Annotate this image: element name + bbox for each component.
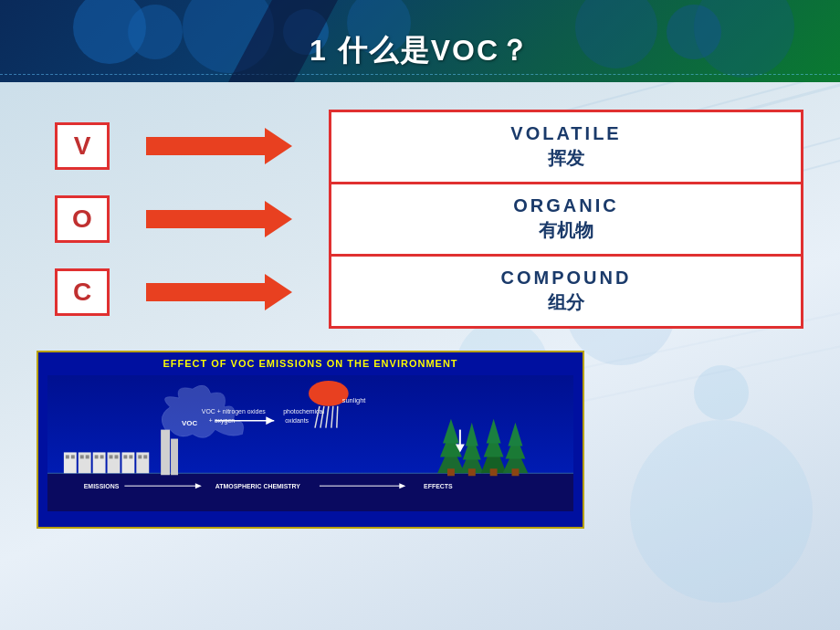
- compound-zh: 组分: [548, 290, 584, 315]
- page-title: 1 什么是VOC？: [0, 31, 840, 71]
- letter-c: C: [55, 268, 110, 316]
- definition-compound: COMPOUND 组分: [331, 257, 801, 326]
- svg-text:VOC + nitrogen oxides: VOC + nitrogen oxides: [202, 408, 267, 415]
- svg-line-34: [337, 406, 338, 428]
- svg-rect-11: [80, 455, 84, 458]
- svg-rect-17: [123, 455, 127, 458]
- svg-text:+ oxygen: + oxygen: [209, 417, 235, 425]
- arrow-o: [146, 205, 292, 233]
- svg-rect-12: [86, 455, 89, 458]
- svg-rect-20: [143, 455, 147, 458]
- diagram-title: EFFECT OF VOC EMISSIONS ON THE ENVIRONME…: [47, 358, 573, 369]
- organic-en: ORGANIC: [513, 195, 618, 216]
- svg-text:VOC: VOC: [182, 419, 197, 427]
- letters-column: V O C: [55, 110, 128, 329]
- svg-rect-16: [114, 455, 118, 458]
- arrow-v: [146, 132, 292, 160]
- svg-rect-18: [129, 455, 132, 458]
- volatile-zh: 挥发: [548, 146, 584, 171]
- main-content: V O C VOLATILE 挥发 ORGANIC 有机物 COMPOUND 组…: [0, 82, 840, 630]
- svg-rect-13: [95, 455, 99, 458]
- definition-volatile: VOLATILE 挥发: [331, 112, 801, 184]
- svg-rect-22: [171, 439, 178, 476]
- definition-organic: ORGANIC 有机物: [331, 184, 801, 257]
- definitions-column: VOLATILE 挥发 ORGANIC 有机物 COMPOUND 组分: [329, 110, 803, 329]
- svg-text:oxidants: oxidants: [285, 417, 309, 424]
- svg-text:ATMOSPHERIC CHEMISTRY: ATMOSPHERIC CHEMISTRY: [215, 483, 301, 489]
- svg-rect-21: [161, 430, 170, 476]
- diagram-section: EFFECT OF VOC EMISSIONS ON THE ENVIRONME…: [37, 351, 803, 529]
- letter-v: V: [55, 122, 110, 170]
- svg-text:EFFECTS: EFFECTS: [424, 483, 453, 489]
- svg-rect-15: [110, 455, 113, 458]
- arrow-c: [146, 278, 292, 306]
- volatile-en: VOLATILE: [510, 123, 621, 144]
- arrows-column: [128, 110, 329, 329]
- letter-o: O: [55, 195, 110, 243]
- svg-rect-39: [447, 468, 455, 476]
- diagram-svg: VOC VOC + nitrogen oxides + oxygen phot: [47, 373, 573, 514]
- svg-rect-10: [71, 455, 75, 458]
- svg-text:EMISSIONS: EMISSIONS: [84, 483, 120, 489]
- compound-en: COMPOUND: [501, 268, 632, 289]
- svg-rect-14: [100, 455, 104, 458]
- svg-rect-19: [138, 455, 142, 458]
- svg-rect-1: [47, 473, 573, 511]
- voc-section: V O C VOLATILE 挥发 ORGANIC 有机物 COMPOUND 组…: [55, 110, 803, 329]
- svg-rect-9: [66, 455, 69, 458]
- svg-rect-43: [468, 468, 476, 476]
- voc-diagram: EFFECT OF VOC EMISSIONS ON THE ENVIRONME…: [37, 351, 584, 529]
- organic-zh: 有机物: [539, 218, 593, 243]
- svg-text:sunlight: sunlight: [342, 396, 367, 404]
- svg-rect-47: [490, 468, 498, 476]
- header-bar: 1 什么是VOC？: [0, 0, 840, 82]
- svg-rect-51: [511, 468, 519, 476]
